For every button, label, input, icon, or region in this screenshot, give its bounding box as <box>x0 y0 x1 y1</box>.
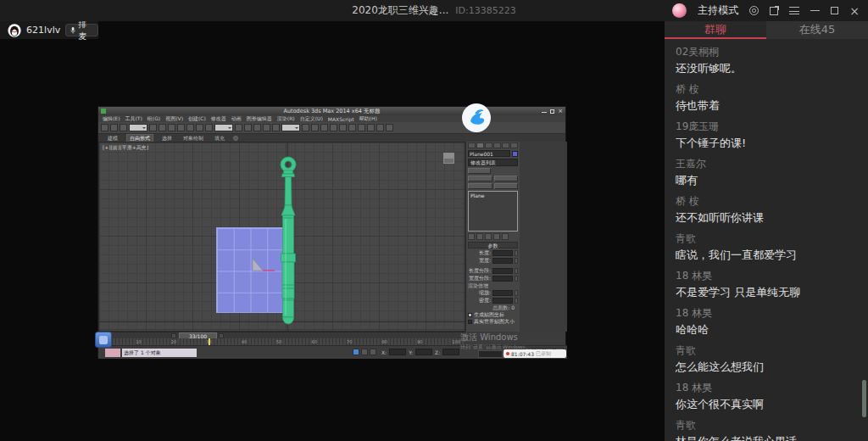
render-production-icon[interactable] <box>386 124 393 131</box>
track-bar[interactable]: 0102030405060708090100 <box>98 338 465 345</box>
bind-spacewarp-icon[interactable] <box>120 124 127 131</box>
spinner-icon[interactable] <box>515 268 518 274</box>
current-frame-marker[interactable] <box>209 338 210 345</box>
parameter-field[interactable] <box>492 276 513 282</box>
time-slider[interactable]: 33/100 <box>98 332 465 338</box>
curve-editor-icon[interactable] <box>339 124 347 131</box>
select-link-icon[interactable] <box>101 124 108 131</box>
popout-icon[interactable] <box>770 7 778 15</box>
spinner-icon[interactable] <box>515 276 518 282</box>
unlink-icon[interactable] <box>110 124 118 131</box>
ribbon-tab[interactable]: 建模 <box>105 135 120 142</box>
display-tab-icon[interactable] <box>502 142 509 148</box>
minimize-icon[interactable] <box>810 10 820 12</box>
select-object-icon[interactable] <box>149 124 157 131</box>
motion-tab-icon[interactable] <box>493 142 501 148</box>
parameter-field[interactable] <box>492 268 513 274</box>
remove-modifier-icon[interactable] <box>493 233 500 240</box>
ribbon-toggle-icon[interactable] <box>233 136 238 141</box>
percent-snap-icon[interactable] <box>272 124 280 131</box>
parameters-rollout-header[interactable]: 参数 <box>468 242 518 248</box>
parameter-field[interactable] <box>492 258 513 264</box>
spinner-icon[interactable] <box>515 290 518 296</box>
spinner-icon[interactable] <box>515 250 518 256</box>
absolute-offset-icon[interactable] <box>370 349 376 355</box>
ribbon-tab[interactable]: 自由形式 <box>126 134 153 142</box>
layer-manager-icon[interactable] <box>320 124 328 131</box>
ribbon-tab[interactable]: 选择 <box>159 135 175 142</box>
y-field[interactable] <box>415 349 432 355</box>
checkbox-icon[interactable] <box>468 320 472 324</box>
show-end-result-icon[interactable] <box>476 233 483 240</box>
utilities-tab-icon[interactable] <box>510 142 518 148</box>
ribbon-tab[interactable]: 对象绘制 <box>181 135 206 142</box>
x-field[interactable] <box>389 349 406 355</box>
recorder-secondary-box[interactable] <box>478 350 503 358</box>
selection-filter-dropdown[interactable] <box>129 124 147 131</box>
tab-online-members[interactable]: 在线45 <box>766 21 868 39</box>
checkbox-icon[interactable] <box>468 313 472 317</box>
use-pivot-icon[interactable] <box>235 124 242 131</box>
tab-group-chat[interactable]: 群聊 <box>665 21 766 39</box>
panel-button[interactable] <box>494 176 519 181</box>
modifier-stack[interactable]: Plane <box>468 191 518 232</box>
parameter-field[interactable] <box>492 290 513 296</box>
render-setup-icon[interactable] <box>367 124 375 131</box>
menu-icon[interactable] <box>789 7 799 14</box>
chat-scrollbar[interactable] <box>862 380 866 417</box>
3dsmax-close-icon[interactable]: × <box>558 109 563 114</box>
macro-recorder-strip[interactable] <box>105 349 120 357</box>
named-sets-dropdown[interactable] <box>281 124 300 131</box>
parameter-field[interactable] <box>492 298 513 304</box>
3dsmax-maximize-icon[interactable] <box>550 109 554 114</box>
max-menu-item[interactable]: MAXScript <box>328 116 354 122</box>
modifier-stack-item[interactable]: Plane <box>470 193 484 198</box>
object-color-swatch[interactable] <box>512 151 518 157</box>
hierarchy-tab-icon[interactable] <box>485 142 492 148</box>
viewport-label[interactable]: [+][前][平滑+高光] <box>103 144 148 152</box>
maximize-icon[interactable] <box>831 7 838 14</box>
viewcube[interactable] <box>443 153 454 164</box>
material-editor-icon[interactable] <box>358 124 365 131</box>
angle-snap-icon[interactable] <box>263 124 270 131</box>
record-icon[interactable] <box>749 6 759 15</box>
rect-region-icon[interactable] <box>168 124 175 131</box>
window-crossing-icon[interactable] <box>177 124 185 131</box>
rendered-frame-icon[interactable] <box>376 124 384 131</box>
z-field[interactable] <box>442 349 459 355</box>
panel-button[interactable] <box>468 168 491 174</box>
close-icon[interactable]: × <box>849 5 860 17</box>
ribbon-tab[interactable]: 填充 <box>212 135 227 142</box>
select-by-name-icon[interactable] <box>159 124 166 131</box>
lock-selection-icon[interactable] <box>361 349 368 355</box>
chat-message-list[interactable]: 02吴桐桐还没听够呢。桥 桉待也带着19庞玉珊下个锤子的课!王嘉尔哪有桥 桉还不… <box>665 39 868 441</box>
transform-type-in-icon[interactable] <box>353 349 359 355</box>
schematic-view-icon[interactable] <box>348 124 356 131</box>
modifier-list-dropdown[interactable]: 修改器列表 <box>468 159 518 166</box>
select-rotate-icon[interactable] <box>196 124 203 131</box>
3dsmax-minimize-icon[interactable] <box>542 112 547 114</box>
select-move-icon[interactable] <box>186 124 194 131</box>
panel-button[interactable] <box>494 183 519 189</box>
select-scale-icon[interactable] <box>205 124 213 131</box>
qq-avatar[interactable] <box>8 23 21 38</box>
modify-tab-icon[interactable] <box>476 142 484 148</box>
staff-model[interactable] <box>271 156 305 326</box>
blue-overlay-icon[interactable] <box>95 332 112 348</box>
panel-button[interactable] <box>468 176 492 181</box>
host-mode-label[interactable]: 主持模式 <box>698 3 738 18</box>
viewport[interactable]: [+][前][平滑+高光] <box>98 142 465 332</box>
panel-button[interactable] <box>468 183 492 189</box>
spinner-icon[interactable] <box>515 298 518 304</box>
parameter-field[interactable] <box>492 250 513 256</box>
queue-mic-button[interactable]: 排麦 <box>65 24 98 36</box>
transform-gizmo[interactable] <box>250 258 275 273</box>
host-avatar[interactable] <box>672 3 687 18</box>
align-icon[interactable] <box>311 124 319 131</box>
graphite-ribbon-icon[interactable] <box>330 124 337 131</box>
mirror-icon[interactable] <box>302 124 309 131</box>
pin-stack-icon[interactable] <box>468 233 475 240</box>
make-unique-icon[interactable] <box>485 233 492 240</box>
select-manipulate-icon[interactable] <box>244 124 252 131</box>
recording-indicator[interactable]: 81:07:43 已录制 <box>504 349 566 358</box>
